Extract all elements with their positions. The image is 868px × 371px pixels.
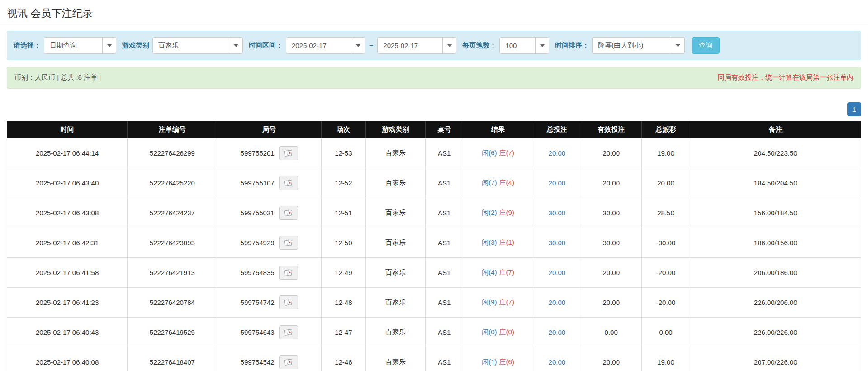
- table-row: 2025-02-17 06:41:23522276420784599754742…: [7, 288, 861, 318]
- result-player: 闲(7): [482, 179, 497, 186]
- view-round-cards-button[interactable]: [279, 266, 298, 280]
- cell-time: 2025-02-17 06:44:14: [7, 138, 128, 168]
- cell-time: 2025-02-17 06:43:40: [7, 168, 128, 198]
- result-banker: 庄(1): [499, 238, 514, 246]
- cell-valid-bet: 30.00: [581, 198, 641, 228]
- cell-remark: 184.50/204.50: [690, 168, 861, 198]
- cell-total-bet: 20.00: [533, 318, 581, 347]
- cell-remark: 156.00/184.50: [690, 198, 861, 228]
- view-round-cards-button[interactable]: [279, 355, 298, 369]
- column-header: 总投注: [533, 121, 581, 138]
- sort-select[interactable]: 降幂(由大到小): [592, 37, 685, 54]
- round-cell: 599754929: [241, 236, 298, 250]
- cell-result: 闲(2)庄(9): [463, 198, 533, 228]
- total-bet-link[interactable]: 30.00: [549, 209, 566, 217]
- cell-total-payout: 20.00: [641, 168, 690, 198]
- cell-total-payout: -20.00: [641, 258, 690, 288]
- round-cell: 599755031: [241, 206, 298, 220]
- cell-bet-id: 522276421913: [128, 258, 217, 288]
- total-bet-link[interactable]: 20.00: [549, 328, 566, 336]
- chevron-down-icon: [356, 44, 360, 47]
- cell-round: 599754542: [217, 347, 321, 371]
- result-banker: 庄(7): [499, 268, 514, 276]
- cell-result: 闲(9)庄(7): [463, 288, 533, 318]
- total-bet-link[interactable]: 20.00: [549, 149, 566, 157]
- page-button-1[interactable]: 1: [847, 102, 861, 116]
- view-round-cards-button[interactable]: [279, 295, 298, 309]
- total-bet-link[interactable]: 20.00: [549, 179, 566, 187]
- view-round-cards-button[interactable]: [279, 206, 298, 220]
- view-round-cards-button[interactable]: [279, 236, 298, 250]
- total-bet-link[interactable]: 30.00: [549, 239, 566, 247]
- query-type-select[interactable]: 日期查询: [44, 37, 116, 54]
- cell-result: 闲(4)庄(7): [463, 258, 533, 288]
- round-id: 599754643: [241, 328, 275, 336]
- view-round-cards-button[interactable]: [279, 146, 298, 160]
- total-bet-link[interactable]: 20.00: [549, 358, 566, 366]
- cell-time: 2025-02-17 06:40:43: [7, 318, 128, 347]
- cell-time: 2025-02-17 06:40:08: [7, 347, 128, 371]
- round-cell: 599754835: [241, 266, 298, 280]
- column-header: 时间: [7, 121, 128, 138]
- query-type-dropdown-button[interactable]: [102, 38, 116, 53]
- date-from-select[interactable]: 2025-02-17: [286, 37, 365, 54]
- cell-total-bet: 30.00: [533, 228, 581, 258]
- page-size-select[interactable]: 100: [499, 37, 549, 54]
- search-button[interactable]: 查询: [692, 37, 720, 54]
- total-bet-link[interactable]: 20.00: [549, 269, 566, 276]
- cell-bet-id: 522276419529: [128, 318, 217, 347]
- cell-remark: 226.00/206.00: [690, 288, 861, 318]
- bet-records-table: 时间注单编号局号场次游戏类别桌号结果总投注有效投注总派彩备注 2025-02-1…: [7, 121, 861, 371]
- result-banker: 庄(4): [499, 179, 514, 186]
- cell-round: 599755031: [217, 198, 321, 228]
- cell-total-payout: 19.00: [641, 347, 690, 371]
- result-banker: 庄(9): [499, 209, 514, 216]
- view-round-cards-button[interactable]: [279, 325, 298, 339]
- cell-valid-bet: 30.00: [581, 228, 641, 258]
- cell-table-no: AS1: [426, 198, 463, 228]
- view-round-cards-button[interactable]: [279, 176, 298, 190]
- total-bet-link[interactable]: 20.00: [549, 299, 566, 306]
- filter-bar: 请选择： 日期查询 游戏类别 百家乐 时间区间： 2025-02-17 ~ 20…: [7, 31, 861, 60]
- cell-session: 12-49: [321, 258, 365, 288]
- cell-bet-id: 522276420784: [128, 288, 217, 318]
- page-size-value: 100: [500, 38, 535, 53]
- result-banker: 庄(7): [499, 149, 514, 157]
- page-size-dropdown-button[interactable]: [535, 38, 549, 53]
- game-type-select[interactable]: 百家乐: [152, 37, 243, 54]
- cell-round: 599755107: [217, 168, 321, 198]
- cards-icon: [284, 328, 294, 336]
- cell-round: 599754742: [217, 288, 321, 318]
- cards-icon: [284, 209, 294, 217]
- table-row: 2025-02-17 06:42:31522276423093599754929…: [7, 228, 861, 258]
- sort-dropdown-button[interactable]: [671, 38, 684, 53]
- cell-total-payout: 28.50: [641, 198, 690, 228]
- cell-total-payout: 0.00: [641, 318, 690, 347]
- game-type-label: 游戏类别: [122, 41, 149, 50]
- date-range-separator: ~: [369, 42, 373, 50]
- cell-remark: 186.00/156.00: [690, 228, 861, 258]
- cell-remark: 226.00/226.00: [690, 318, 861, 347]
- cell-remark: 206.00/186.00: [690, 258, 861, 288]
- query-type-value: 日期查询: [44, 38, 102, 53]
- currency-summary-text: 币别：人民币 | 总共 :8 注单 |: [14, 73, 101, 82]
- game-type-dropdown-button[interactable]: [229, 38, 242, 53]
- cell-session: 12-53: [321, 138, 365, 168]
- date-to-dropdown-button[interactable]: [442, 38, 456, 53]
- cell-game-type: 百家乐: [365, 288, 425, 318]
- date-from-dropdown-button[interactable]: [351, 38, 365, 53]
- cell-time: 2025-02-17 06:41:58: [7, 258, 128, 288]
- cell-table-no: AS1: [426, 318, 463, 347]
- cell-bet-id: 522276424237: [128, 198, 217, 228]
- cell-bet-id: 522276423093: [128, 228, 217, 258]
- pagination: 1: [7, 102, 861, 116]
- table-row: 2025-02-17 06:43:08522276424237599755031…: [7, 198, 861, 228]
- date-to-select[interactable]: 2025-02-17: [377, 37, 456, 54]
- cell-result: 闲(6)庄(7): [463, 138, 533, 168]
- round-cell: 599755107: [241, 176, 298, 190]
- cell-total-payout: -30.00: [641, 228, 690, 258]
- round-id: 599754742: [241, 299, 275, 306]
- cell-game-type: 百家乐: [365, 228, 425, 258]
- round-id: 599754542: [241, 358, 275, 366]
- table-row: 2025-02-17 06:40:08522276418407599754542…: [7, 347, 861, 371]
